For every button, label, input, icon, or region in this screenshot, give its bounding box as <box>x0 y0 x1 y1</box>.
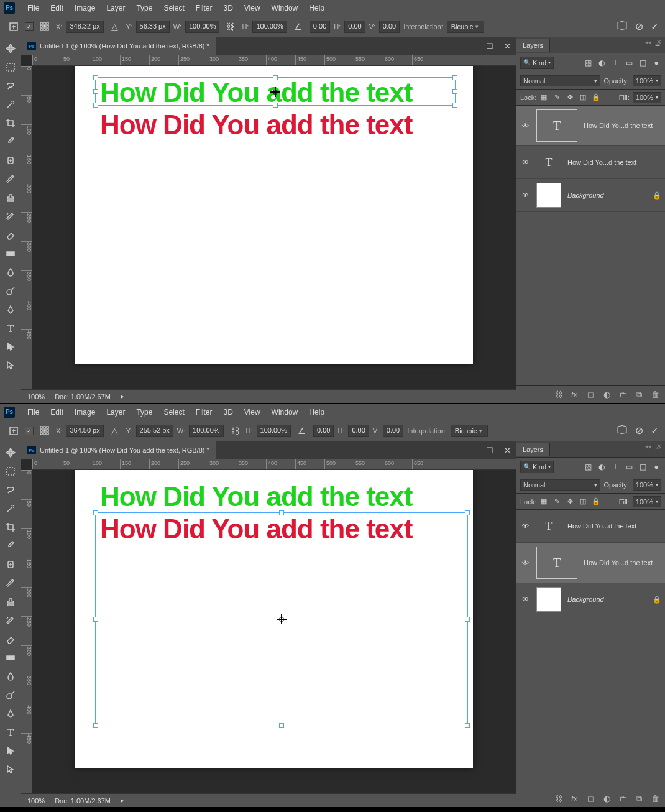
layers-tab[interactable]: Layers <box>516 39 550 52</box>
vskew-field[interactable]: 0.00 <box>379 21 400 33</box>
wand-tool-icon[interactable] <box>3 97 18 112</box>
layer-thumbnail[interactable]: T <box>536 547 577 579</box>
layer-row[interactable]: 👁THow Did Yo...d the text <box>516 146 665 179</box>
text-layer-green[interactable]: How Did You add the text <box>100 481 412 512</box>
document-viewport[interactable]: How Did You add the text How Did You add… <box>32 470 516 793</box>
layer-row[interactable]: 👁Background🔒 <box>516 179 665 212</box>
layer-mask-icon[interactable]: ◻ <box>585 390 595 400</box>
opt-checkbox[interactable]: ✓ <box>25 22 34 31</box>
menu-filter[interactable]: Filter <box>191 406 218 418</box>
crop-tool-icon[interactable] <box>3 520 18 535</box>
opt-checkbox[interactable]: ✓ <box>25 427 34 435</box>
h-field[interactable]: 100.00% <box>257 425 291 437</box>
history-brush-icon[interactable] <box>3 613 18 628</box>
layer-fx-icon[interactable]: fx <box>569 390 579 400</box>
visibility-icon[interactable]: 👁 <box>520 159 530 166</box>
lock-trans-icon[interactable]: ▦ <box>539 93 548 102</box>
maximize-button[interactable]: ☐ <box>481 441 498 459</box>
link-layers-icon[interactable]: ⛓ <box>553 390 563 400</box>
wand-tool-icon[interactable] <box>3 501 18 516</box>
menu-view[interactable]: View <box>239 2 265 14</box>
filter-smart-icon[interactable]: ◫ <box>638 462 648 472</box>
hskew-field[interactable]: 0.00 <box>348 425 369 437</box>
text-layer-red[interactable]: How Did You add the text <box>100 109 412 141</box>
fill-field[interactable]: 100% <box>633 496 661 507</box>
menu-file[interactable]: File <box>22 2 44 14</box>
move-tool-icon[interactable] <box>3 445 18 460</box>
type-tool-icon[interactable] <box>3 725 18 740</box>
reference-point-icon[interactable] <box>37 423 52 438</box>
close-panel-icon[interactable]: ✕ <box>656 443 664 450</box>
gradient-tool-icon[interactable] <box>3 650 18 665</box>
visibility-icon[interactable]: 👁 <box>520 522 530 530</box>
collapse-panel-icon[interactable]: ◂◂ <box>645 443 653 450</box>
document-viewport[interactable]: How Did You add the text How Did You add… <box>32 66 516 389</box>
opacity-field[interactable]: 100% <box>633 479 661 491</box>
menu-window[interactable]: Window <box>267 2 303 14</box>
delete-layer-icon[interactable]: 🗑 <box>650 794 660 804</box>
lock-paint-icon[interactable]: ✎ <box>553 93 561 102</box>
layer-row[interactable]: 👁Background🔒 <box>516 583 665 616</box>
menu-file[interactable]: File <box>22 406 44 418</box>
reference-point-marker[interactable] <box>270 87 280 97</box>
x-field[interactable]: 364.50 px <box>66 425 103 437</box>
doc-info[interactable]: Doc: 1.00M/2.67M <box>55 797 111 805</box>
menu-help[interactable]: Help <box>304 2 329 14</box>
menu-layer[interactable]: Layer <box>101 406 130 418</box>
reference-point-marker[interactable] <box>277 614 287 624</box>
path-select-icon[interactable] <box>3 744 18 759</box>
adjustment-layer-icon[interactable]: ◐ <box>602 794 612 804</box>
filter-toggle-icon[interactable]: ● <box>651 462 661 472</box>
visibility-icon[interactable]: 👁 <box>520 596 530 603</box>
cancel-transform-icon[interactable]: ⊘ <box>635 425 643 436</box>
blend-mode-dropdown[interactable]: Normal <box>520 75 600 86</box>
filter-kind-dropdown[interactable]: 🔍Kind <box>520 461 554 473</box>
direct-select-icon[interactable] <box>3 358 18 373</box>
adjustment-layer-icon[interactable]: ◐ <box>602 390 612 400</box>
filter-kind-dropdown[interactable]: 🔍Kind <box>520 57 554 69</box>
menu-window[interactable]: Window <box>267 406 303 418</box>
canvas[interactable]: How Did You add the text How Did You add… <box>75 470 473 768</box>
rotate-field[interactable]: 0.00 <box>313 425 334 437</box>
dodge-tool-icon[interactable] <box>3 688 18 703</box>
brush-tool-icon[interactable] <box>3 576 18 591</box>
marquee-tool-icon[interactable] <box>3 464 18 479</box>
document-tab[interactable]: Ps Untitled-1 @ 100% (How Did You add th… <box>21 37 216 55</box>
menu-type[interactable]: Type <box>131 406 157 418</box>
blend-mode-dropdown[interactable]: Normal <box>520 479 600 491</box>
layer-thumbnail[interactable]: T <box>536 514 561 538</box>
doc-info-arrow-icon[interactable]: ▸ <box>121 796 124 805</box>
opacity-field[interactable]: 100% <box>633 75 661 86</box>
rotate-field[interactable]: 0.00 <box>310 21 330 33</box>
layer-thumbnail[interactable] <box>536 587 561 612</box>
crop-tool-icon[interactable] <box>3 116 18 131</box>
close-panel-icon[interactable]: ✕ <box>656 39 664 46</box>
filter-shape-icon[interactable]: ▭ <box>624 58 634 68</box>
gradient-tool-icon[interactable] <box>3 246 18 261</box>
layer-name[interactable]: Background <box>567 596 646 603</box>
menu-view[interactable]: View <box>239 406 265 418</box>
menu-3d[interactable]: 3D <box>218 2 237 14</box>
minimize-button[interactable]: — <box>464 37 481 55</box>
layer-row[interactable]: 👁THow Did Yo...d the text <box>516 510 665 543</box>
path-select-icon[interactable] <box>3 339 18 354</box>
new-layer-icon[interactable]: ⧉ <box>634 794 644 804</box>
lock-icon[interactable]: 🔒 <box>653 596 661 604</box>
collapse-panel-icon[interactable]: ◂◂ <box>645 39 653 46</box>
menu-image[interactable]: Image <box>70 2 100 14</box>
filter-smart-icon[interactable]: ◫ <box>638 58 648 68</box>
fill-field[interactable]: 100% <box>633 92 661 103</box>
w-field[interactable]: 100.00% <box>189 425 223 437</box>
layer-name[interactable]: How Did Yo...d the text <box>584 559 661 566</box>
swap-xy-icon[interactable]: △ <box>108 423 122 438</box>
layer-thumbnail[interactable] <box>536 183 561 208</box>
menu-select[interactable]: Select <box>158 406 189 418</box>
delete-layer-icon[interactable]: 🗑 <box>650 390 660 400</box>
filter-pixel-icon[interactable]: ▧ <box>583 58 593 68</box>
healing-tool-icon[interactable] <box>3 557 18 572</box>
lasso-tool-icon[interactable] <box>3 482 18 497</box>
menu-select[interactable]: Select <box>158 2 189 14</box>
filter-pixel-icon[interactable]: ▧ <box>583 462 593 472</box>
commit-transform-icon[interactable]: ✓ <box>651 21 659 32</box>
new-layer-icon[interactable]: ⧉ <box>634 390 644 400</box>
